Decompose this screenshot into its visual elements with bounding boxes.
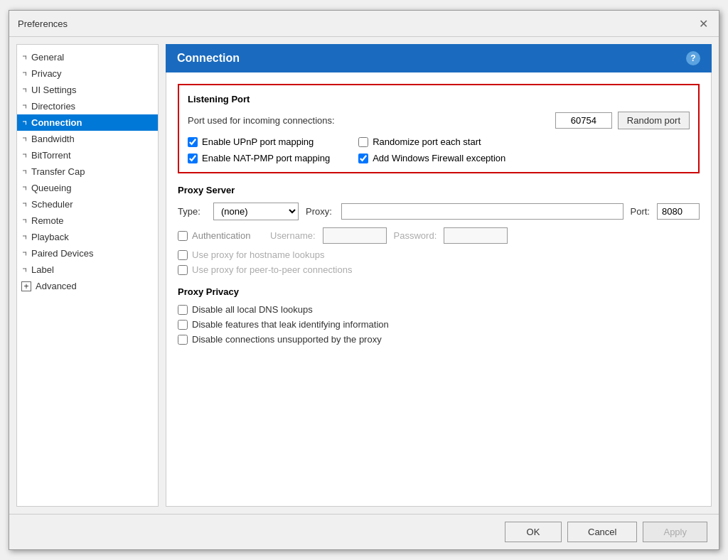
sidebar-item-scheduler[interactable]: Scheduler — [17, 196, 158, 212]
dialog-title: Preferences — [18, 18, 68, 29]
left-checkboxes: Enable UPnP port mapping Enable NAT-PMP … — [188, 136, 330, 163]
proxy-type-select[interactable]: (none) — [213, 203, 299, 220]
preferences-dialog: Preferences ✕ General Privacy UI Setting… — [9, 10, 719, 550]
content-body: Listening Port Port used for incoming co… — [166, 72, 712, 507]
sidebar-item-general[interactable]: General — [17, 49, 158, 65]
enable-upnp-label: Enable UPnP port mapping — [202, 136, 314, 147]
apply-button[interactable]: Apply — [643, 522, 707, 542]
disable-leak-row: Disable features that leak identifying i… — [178, 319, 700, 330]
proxy-server-title: Proxy Server — [178, 185, 700, 195]
sidebar-item-paired-devices[interactable]: Paired Devices — [17, 245, 158, 262]
proxy-server-section: Proxy Server Type: (none) Proxy: Port: — [178, 185, 700, 275]
listening-port-title: Listening Port — [188, 94, 690, 104]
sidebar-item-transfer-cap[interactable]: Transfer Cap — [17, 163, 158, 180]
proxy-port-label: Port: — [631, 206, 650, 217]
randomize-port-label: Randomize port each start — [373, 136, 481, 147]
sidebar-item-queueing[interactable]: Queueing — [17, 180, 158, 196]
port-used-label: Port used for incoming connections: — [188, 115, 335, 126]
auth-item[interactable]: Authentication — [178, 230, 263, 241]
sidebar-item-directories[interactable]: Directories — [17, 98, 158, 114]
proxy-type-label: Type: — [178, 206, 206, 217]
auth-row: Authentication Username: Password: — [178, 227, 700, 244]
auth-label: Authentication — [192, 230, 263, 241]
dialog-body: General Privacy UI Settings Directories … — [9, 37, 719, 514]
port-input[interactable] — [555, 112, 612, 129]
disable-unsupported-label: Disable connections unsupported by the p… — [192, 334, 382, 345]
add-firewall-checkbox[interactable] — [358, 154, 368, 163]
listening-port-section: Listening Port Port used for incoming co… — [178, 84, 700, 173]
help-icon[interactable]: ? — [686, 51, 700, 65]
password-input[interactable] — [444, 227, 508, 244]
content-area: Connection ? Listening Port Port used fo… — [166, 44, 712, 507]
peer-connections-checkbox[interactable] — [178, 265, 188, 275]
sidebar-item-bandwidth[interactable]: Bandwidth — [17, 131, 158, 147]
proxy-field-input[interactable] — [341, 203, 623, 220]
sidebar-item-label[interactable]: Label — [17, 262, 158, 278]
hostname-lookup-checkbox[interactable] — [178, 250, 188, 260]
proxy-privacy-title: Proxy Privacy — [178, 286, 700, 297]
sidebar-item-advanced[interactable]: Advanced — [17, 278, 158, 294]
content-title: Connection — [177, 52, 240, 65]
proxy-privacy-section: Proxy Privacy Disable all local DNS look… — [178, 286, 700, 345]
add-firewall-label: Add Windows Firewall exception — [373, 153, 505, 163]
disable-leak-label: Disable features that leak identifying i… — [192, 319, 389, 330]
port-controls: Random port — [555, 112, 690, 129]
sidebar-item-ui-settings[interactable]: UI Settings — [17, 82, 158, 98]
peer-connections-label: Use proxy for peer-to-peer connections — [192, 264, 352, 275]
username-label: Username: — [270, 230, 316, 241]
proxy-type-row: Type: (none) Proxy: Port: — [178, 203, 700, 220]
enable-natpmp-item[interactable]: Enable NAT-PMP port mapping — [188, 153, 330, 163]
ok-button[interactable]: OK — [505, 522, 562, 542]
randomize-port-item[interactable]: Randomize port each start — [358, 136, 505, 147]
enable-upnp-checkbox[interactable] — [188, 137, 198, 147]
checkboxes-row: Enable UPnP port mapping Enable NAT-PMP … — [188, 136, 690, 163]
hostname-lookup-label: Use proxy for hostname lookups — [192, 249, 324, 260]
close-button[interactable]: ✕ — [696, 16, 710, 31]
enable-upnp-item[interactable]: Enable UPnP port mapping — [188, 136, 330, 147]
peer-connections-row: Use proxy for peer-to-peer connections — [178, 264, 700, 275]
add-firewall-item[interactable]: Add Windows Firewall exception — [358, 153, 505, 163]
random-port-button[interactable]: Random port — [618, 112, 690, 129]
sidebar-item-remote[interactable]: Remote — [17, 212, 158, 229]
proxy-port-input[interactable] — [657, 203, 700, 220]
port-row: Port used for incoming connections: Rand… — [188, 112, 690, 129]
dialog-footer: OK Cancel Apply — [9, 514, 719, 549]
sidebar-item-privacy[interactable]: Privacy — [17, 65, 158, 82]
right-checkboxes: Randomize port each start Add Windows Fi… — [358, 136, 505, 163]
username-input[interactable] — [323, 227, 387, 244]
randomize-port-checkbox[interactable] — [358, 137, 368, 147]
proxy-field-label: Proxy: — [306, 206, 334, 217]
sidebar-item-connection[interactable]: Connection — [17, 114, 158, 131]
disable-unsupported-checkbox[interactable] — [178, 335, 188, 345]
title-bar: Preferences ✕ — [9, 11, 719, 37]
enable-natpmp-label: Enable NAT-PMP port mapping — [202, 153, 330, 163]
enable-natpmp-checkbox[interactable] — [188, 154, 198, 163]
sidebar-item-bittorrent[interactable]: BitTorrent — [17, 147, 158, 163]
disable-dns-row: Disable all local DNS lookups — [178, 304, 700, 315]
cancel-button[interactable]: Cancel — [567, 522, 637, 542]
sidebar-item-playback[interactable]: Playback — [17, 229, 158, 245]
disable-dns-checkbox[interactable] — [178, 305, 188, 315]
disable-unsupported-row: Disable connections unsupported by the p… — [178, 334, 700, 345]
disable-dns-label: Disable all local DNS lookups — [192, 304, 313, 315]
auth-checkbox[interactable] — [178, 231, 188, 241]
sidebar: General Privacy UI Settings Directories … — [16, 44, 159, 507]
disable-leak-checkbox[interactable] — [178, 320, 188, 330]
password-label: Password: — [394, 230, 437, 241]
hostname-lookup-row: Use proxy for hostname lookups — [178, 249, 700, 260]
content-header: Connection ? — [166, 44, 712, 72]
